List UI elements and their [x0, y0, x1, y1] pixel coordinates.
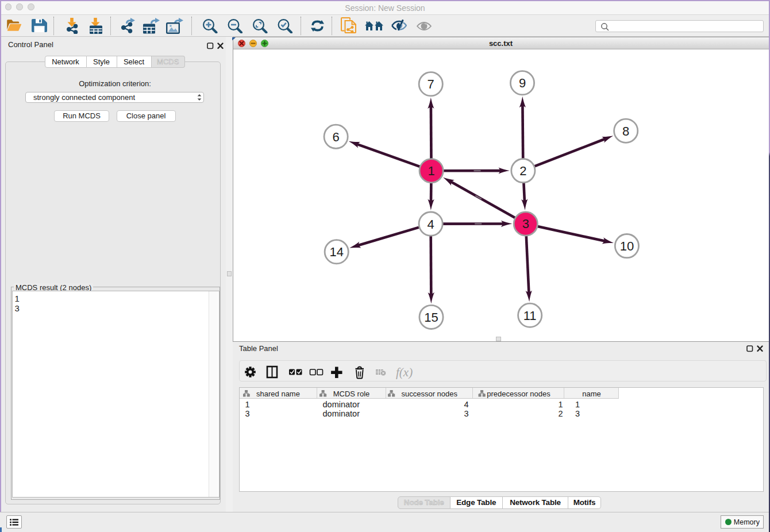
svg-text:7: 7	[428, 77, 434, 91]
svg-text:10: 10	[620, 239, 634, 253]
svg-text:1: 1	[428, 164, 434, 178]
svg-text:9: 9	[519, 76, 526, 90]
svg-text:14: 14	[329, 245, 343, 259]
svg-text:15: 15	[424, 310, 438, 325]
svg-text:4: 4	[427, 217, 434, 232]
svg-text:8: 8	[622, 124, 629, 138]
svg-text:3: 3	[522, 217, 529, 231]
svg-text:f(x): f(x)	[396, 365, 413, 379]
svg-text:2: 2	[519, 164, 526, 178]
svg-text:11: 11	[523, 309, 537, 323]
svg-text:6: 6	[332, 130, 339, 144]
